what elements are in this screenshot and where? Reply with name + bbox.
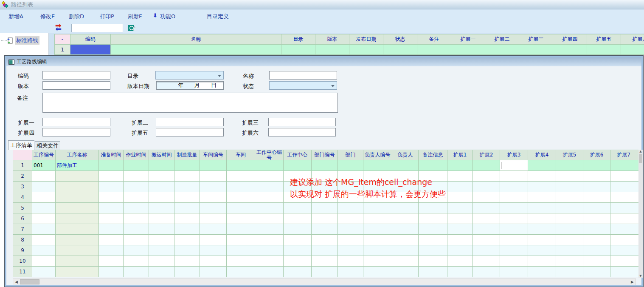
- grid-cell[interactable]: [583, 171, 610, 182]
- grid-cell[interactable]: [111, 45, 281, 55]
- grid-cell[interactable]: [124, 203, 149, 213]
- row-number[interactable]: 9: [13, 245, 32, 256]
- grid-cell[interactable]: [392, 203, 419, 213]
- grid-cell[interactable]: [349, 45, 383, 55]
- grid-cell[interactable]: [583, 256, 610, 267]
- swap-arrows-icon[interactable]: [54, 23, 63, 32]
- grid-cell[interactable]: [363, 203, 392, 213]
- column-header[interactable]: 扩展四: [553, 34, 587, 45]
- grid-cell[interactable]: [99, 213, 124, 224]
- grid-cell[interactable]: [556, 182, 583, 192]
- grid-cell[interactable]: [174, 267, 200, 277]
- grid-cell[interactable]: [227, 192, 255, 203]
- grid-cell[interactable]: [200, 245, 227, 256]
- grid-cell[interactable]: [500, 203, 528, 213]
- grid-cell[interactable]: [255, 160, 284, 171]
- grid-cell[interactable]: [174, 203, 200, 213]
- column-header[interactable]: 扩展二: [485, 34, 519, 45]
- grid-cell[interactable]: [32, 203, 56, 213]
- grid-cell[interactable]: [255, 182, 284, 192]
- grid-cell[interactable]: [56, 235, 99, 245]
- grid-cell[interactable]: [124, 171, 149, 182]
- grid-cell[interactable]: [32, 213, 56, 224]
- grid-cell[interactable]: [610, 203, 637, 213]
- grid-cell[interactable]: [528, 267, 556, 277]
- column-header[interactable]: 备注信息: [419, 150, 447, 160]
- toolbar-button[interactable]: 刷新F: [128, 13, 142, 20]
- grid-cell[interactable]: [556, 171, 583, 182]
- name-field[interactable]: [269, 71, 337, 80]
- column-header[interactable]: 扩展1: [447, 150, 473, 160]
- grid-cell[interactable]: [200, 256, 227, 267]
- grid-cell[interactable]: [255, 235, 284, 245]
- grid-cell[interactable]: [363, 213, 392, 224]
- grid-cell[interactable]: [363, 256, 392, 267]
- grid-cell[interactable]: [610, 245, 637, 256]
- column-header[interactable]: 扩展三: [519, 34, 553, 45]
- grid-cell[interactable]: [528, 256, 556, 267]
- grid-cell[interactable]: [56, 213, 99, 224]
- version-date-field[interactable]: 年 月 日: [156, 81, 224, 90]
- grid-cell[interactable]: [284, 213, 312, 224]
- column-header[interactable]: 工作中心: [284, 150, 312, 160]
- toolbar-button[interactable]: 删除D: [69, 13, 84, 20]
- column-header[interactable]: 扩展3: [500, 150, 528, 160]
- grid-cell[interactable]: [312, 245, 338, 256]
- grid-cell[interactable]: [200, 267, 227, 277]
- tree-item-standard-route[interactable]: 标准路线: [1, 36, 39, 45]
- grid-cell[interactable]: [528, 213, 556, 224]
- grid-cell[interactable]: [583, 192, 610, 203]
- grid-cell[interactable]: [610, 160, 637, 171]
- grid-cell[interactable]: [583, 235, 610, 245]
- grid-cell[interactable]: [200, 182, 227, 192]
- grid-cell[interactable]: [392, 160, 419, 171]
- grid-cell[interactable]: [284, 203, 312, 213]
- row-number[interactable]: 10: [13, 256, 32, 267]
- ext4-field[interactable]: [42, 128, 110, 136]
- grid-cell[interactable]: [255, 256, 284, 267]
- grid-cell[interactable]: [32, 235, 56, 245]
- scroll-left-icon[interactable]: ◀: [14, 279, 19, 284]
- grid-cell[interactable]: [392, 224, 419, 235]
- grid-cell[interactable]: [312, 224, 338, 235]
- grid-cell[interactable]: [32, 245, 56, 256]
- grid-cell[interactable]: [451, 45, 485, 55]
- grid-cell[interactable]: [32, 267, 56, 277]
- column-header[interactable]: 工序编号: [32, 150, 56, 160]
- grid-cell[interactable]: [56, 182, 99, 192]
- row-number[interactable]: 2: [13, 171, 32, 182]
- vertical-scrollbar[interactable]: ▲ ▼: [638, 150, 643, 278]
- grid-cell[interactable]: 部件加工: [56, 160, 99, 171]
- grid-cell[interactable]: [149, 245, 174, 256]
- grid-cell[interactable]: [32, 192, 56, 203]
- grid-cell[interactable]: [583, 267, 610, 277]
- grid-cell[interactable]: [447, 160, 473, 171]
- grid-cell[interactable]: [99, 235, 124, 245]
- grid-cell[interactable]: [473, 192, 500, 203]
- grid-cell[interactable]: [56, 192, 99, 203]
- grid-cell[interactable]: [500, 171, 528, 182]
- grid-cell[interactable]: [124, 267, 149, 277]
- grid-cell[interactable]: [473, 245, 500, 256]
- grid-cell[interactable]: [312, 213, 338, 224]
- grid-cell[interactable]: [363, 224, 392, 235]
- column-header[interactable]: -: [55, 34, 70, 45]
- grid-cell[interactable]: [447, 245, 473, 256]
- grid-cell[interactable]: [583, 160, 610, 171]
- grid-cell[interactable]: [473, 160, 500, 171]
- grid-cell[interactable]: [227, 160, 255, 171]
- column-header[interactable]: 准备时间: [99, 150, 124, 160]
- grid-cell[interactable]: [610, 192, 637, 203]
- grid-cell[interactable]: [610, 224, 637, 235]
- grid-cell[interactable]: [56, 224, 99, 235]
- grid-cell[interactable]: [255, 213, 284, 224]
- grid-cell[interactable]: [174, 245, 200, 256]
- grid-cell[interactable]: [363, 245, 392, 256]
- ext2-field[interactable]: [156, 118, 224, 126]
- search-input[interactable]: [71, 24, 123, 32]
- grid-cell[interactable]: [528, 224, 556, 235]
- grid-cell[interactable]: [149, 213, 174, 224]
- grid-cell[interactable]: [383, 45, 417, 55]
- grid-cell[interactable]: [99, 224, 124, 235]
- grid-cell[interactable]: [363, 160, 392, 171]
